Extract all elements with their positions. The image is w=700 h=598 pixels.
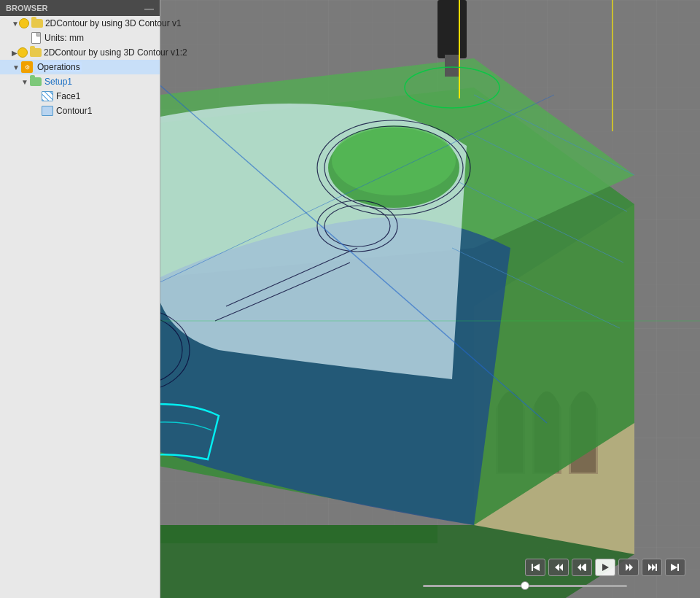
contour-icon xyxy=(41,105,54,117)
tree-item-operations[interactable]: ▼ ⚙ Operations xyxy=(0,60,160,74)
toggle-icon-1[interactable]: ▼ xyxy=(12,20,19,28)
browser-panel: BROWSER — ▼ 2DContour by using 3D Contou… xyxy=(0,0,160,598)
svg-marker-42 xyxy=(629,564,633,571)
doc-icon-2 xyxy=(29,32,42,44)
eye-icon-1 xyxy=(19,18,29,29)
toggle-icon-4[interactable]: ▼ xyxy=(12,63,20,71)
svg-marker-43 xyxy=(648,564,652,571)
btn-rewind[interactable] xyxy=(572,559,592,576)
tree-label-2: Units: mm xyxy=(44,33,84,43)
svg-rect-32 xyxy=(146,525,438,543)
tree-label-operations: Operations xyxy=(36,62,82,72)
svg-marker-41 xyxy=(626,564,629,571)
btn-forward[interactable] xyxy=(618,559,639,576)
tree-item-setup1[interactable]: ▼ Setup1 xyxy=(0,74,160,89)
browser-header: BROWSER — xyxy=(0,0,160,16)
browser-close-button[interactable]: — xyxy=(144,3,154,14)
svg-marker-36 xyxy=(559,564,563,571)
tree-item-2[interactable]: Units: mm xyxy=(0,31,160,45)
progress-slider[interactable] xyxy=(423,583,627,588)
tree-label-contour1: Contour1 xyxy=(56,106,92,116)
hatch-icon xyxy=(41,90,54,102)
svg-rect-39 xyxy=(585,564,586,571)
svg-point-9 xyxy=(332,125,456,195)
svg-marker-40 xyxy=(602,564,609,571)
btn-prev-frame[interactable] xyxy=(548,559,569,576)
eye-icon-3 xyxy=(18,47,28,58)
svg-marker-33 xyxy=(532,564,533,571)
tree-item-contour1[interactable]: Contour1 xyxy=(0,104,160,118)
tree-item-1[interactable]: ▼ 2DContour by using 3D Contour v1 xyxy=(0,16,160,31)
tree-label-1: 2DContour by using 3D Contour v1 xyxy=(45,18,182,28)
svg-marker-44 xyxy=(652,564,656,571)
tree-label-setup1: Setup1 xyxy=(44,77,72,87)
tree-label-face1: Face1 xyxy=(56,91,80,101)
browser-title: BROWSER xyxy=(6,4,47,12)
btn-next-frame[interactable] xyxy=(642,559,662,576)
tree-label-3: 2DContour by using 3D Contour v1:2 xyxy=(44,47,187,58)
btn-start[interactable] xyxy=(525,559,545,576)
svg-marker-35 xyxy=(555,564,559,571)
playback-controls xyxy=(525,559,685,576)
btn-end[interactable] xyxy=(665,559,685,576)
tree-item-3[interactable]: ▶ 2DContour by using 3D Contour v1:2 xyxy=(0,45,160,60)
slider-track xyxy=(423,585,627,587)
ops-icon: ⚙ xyxy=(20,61,34,73)
folder-icon-3 xyxy=(30,47,42,58)
folder-icon-1 xyxy=(31,18,43,29)
svg-marker-46 xyxy=(671,564,677,571)
svg-rect-45 xyxy=(656,564,657,571)
svg-rect-21 xyxy=(445,55,459,77)
svg-rect-20 xyxy=(438,0,467,58)
btn-play[interactable] xyxy=(595,559,615,576)
slider-thumb[interactable] xyxy=(521,581,529,590)
svg-rect-47 xyxy=(677,564,679,571)
tree-item-face1[interactable]: Face1 xyxy=(0,89,160,104)
svg-marker-38 xyxy=(581,564,585,571)
toggle-icon-3[interactable]: ▶ xyxy=(12,49,18,57)
svg-marker-34 xyxy=(533,564,540,571)
toggle-icon-5[interactable]: ▼ xyxy=(20,78,29,86)
svg-marker-37 xyxy=(578,564,581,571)
folder-green-icon xyxy=(29,76,42,88)
